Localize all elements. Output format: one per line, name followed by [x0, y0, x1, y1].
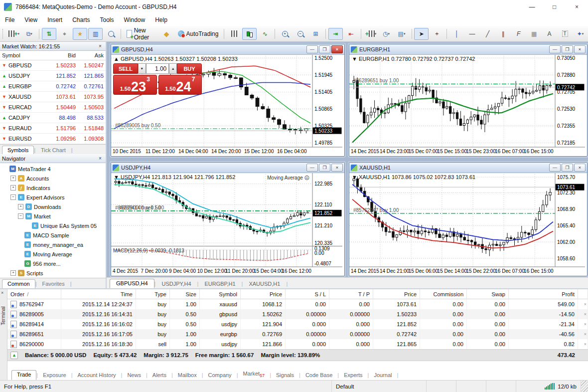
navigator-item-macd-sample[interactable]: E MACD Sample: [0, 230, 106, 240]
menu-item-help[interactable]: Help: [150, 16, 172, 23]
menu-item-charts[interactable]: Charts: [67, 16, 95, 23]
tile-windows-button[interactable]: ⊞: [308, 28, 323, 40]
periods-button[interactable]: ◷ ▾: [379, 28, 394, 40]
terminal-close-icon[interactable]: ×: [1, 290, 3, 295]
terminal-tab-market[interactable]: Market57: [238, 370, 270, 380]
navigator-item-indicators[interactable]: +ƒ Indicators: [0, 183, 106, 193]
column-symbol[interactable]: Symbol: [200, 289, 241, 299]
price-chart-canvas[interactable]: 0.730500.728800.727050.725300.723550.721…: [349, 55, 585, 155]
chart-window-titlebar[interactable]: XAUUSD,H1 — ❐ ×: [349, 163, 587, 173]
close-button[interactable]: ×: [566, 0, 588, 14]
column-profit[interactable]: Profit: [509, 289, 578, 299]
resize-grip[interactable]: [581, 381, 588, 392]
navigator-close-icon[interactable]: ×: [97, 156, 104, 161]
new-order-button[interactable]: New Order: [123, 28, 159, 40]
tree-expander-icon[interactable]: +: [18, 204, 23, 209]
close-order-icon[interactable]: ×: [578, 299, 588, 309]
trendline-button[interactable]: ╱: [480, 28, 495, 40]
chart-restore-button[interactable]: ❐: [562, 164, 573, 172]
terminal-tab-experts[interactable]: Experts: [339, 371, 367, 380]
column-commission[interactable]: Commission: [420, 289, 467, 299]
chart-tab-eurgbp-h1[interactable]: EURGBP,H1: [198, 280, 241, 288]
terminal-tab-mailbox[interactable]: Mailbox: [173, 371, 202, 380]
column-price[interactable]: Price: [241, 289, 286, 299]
terminal-tab-alerts[interactable]: Alerts: [147, 371, 171, 380]
chart-window-titlebar[interactable]: GBPUSD,H4 — ❐ ×: [111, 44, 344, 55]
status-profile[interactable]: Default: [332, 381, 427, 392]
volume-input[interactable]: 1.00: [146, 63, 169, 74]
terminal-tab-news[interactable]: News: [122, 371, 146, 380]
chart-tab-gbpusd-h4[interactable]: GBPUSD,H4: [110, 279, 154, 288]
line-chart-mode-button[interactable]: ∿: [258, 28, 272, 40]
market-watch-row-eurusd[interactable]: ▼EURUSD 1.09296 1.09308: [0, 134, 106, 144]
close-order-icon[interactable]: ×: [578, 339, 588, 349]
auto-scroll-button[interactable]: ⇥: [328, 28, 343, 40]
column-bid[interactable]: Bid: [47, 51, 76, 60]
market-watch-close-icon[interactable]: ×: [97, 43, 104, 49]
navigator-item-unique-eas-system-05[interactable]: E Unique EAs System 05: [0, 221, 106, 230]
terminal-tab-journal[interactable]: Journal: [369, 371, 397, 380]
zoom-out-button[interactable]: −: [293, 28, 307, 40]
vertical-line-button[interactable]: │: [449, 28, 464, 40]
chart-close-button[interactable]: ×: [331, 164, 343, 172]
indicators-button[interactable]: + ▾: [364, 28, 378, 40]
order-row-86290000[interactable]: 86290000 2015.12.16 16:18:30 sell 1.00 u…: [7, 339, 588, 349]
maximize-button[interactable]: □: [543, 0, 566, 14]
column-time[interactable]: Time: [61, 289, 136, 299]
navigator-item-scripts[interactable]: +S Scripts: [0, 268, 106, 278]
navigator-item-956-more-[interactable]: G 956 more...: [0, 259, 106, 268]
autotrading-button[interactable]: AutoTrading: [174, 28, 222, 40]
column-swap[interactable]: Swap: [467, 289, 509, 299]
order-row-86289651[interactable]: 86289651 2015.12.16 16:17:05 buy 1.00 eu…: [7, 329, 588, 339]
terminal-tab-company[interactable]: Company: [203, 371, 237, 380]
fibo-grid-button[interactable]: ▦: [527, 28, 541, 40]
cursor-button[interactable]: ➤: [414, 28, 429, 40]
menu-item-file[interactable]: File: [0, 16, 19, 23]
market-watch-row-cadjpy[interactable]: ▲CADJPY 88.498 88.533: [0, 113, 106, 123]
tree-expander-icon[interactable]: +: [10, 176, 16, 181]
navigator-item-expert-advisors[interactable]: −E Expert Advisors: [0, 193, 106, 202]
navigator-item-money-manager-ea[interactable]: E money_manager_ea: [0, 240, 106, 249]
order-row-85762947[interactable]: 85762947 2015.12.14 12:24:37 buy 1.00 xa…: [7, 299, 588, 309]
market-watch-row-euraud[interactable]: ▼EURAUD 1.51796 1.51848: [0, 123, 106, 134]
chart-shift-button[interactable]: ⇤: [344, 28, 358, 40]
column-price[interactable]: Price: [373, 289, 420, 299]
fibonacci-button[interactable]: F: [511, 28, 526, 40]
chart-minimize-button[interactable]: —: [306, 45, 318, 53]
column-order[interactable]: Order /: [7, 289, 61, 299]
new-chart-button[interactable]: + ▾: [6, 28, 21, 40]
tree-expander-icon[interactable]: +: [10, 270, 16, 276]
menu-item-view[interactable]: View: [19, 16, 42, 23]
menu-item-window[interactable]: Window: [119, 16, 150, 23]
close-order-icon[interactable]: ×: [578, 329, 588, 339]
terminal-toggle[interactable]: ▥: [88, 28, 103, 40]
metaeditor-button[interactable]: ◆: [159, 28, 174, 40]
navigator-item-accounts[interactable]: +A Accounts: [0, 174, 106, 183]
sell-price-quote[interactable]: 1.50233: [113, 75, 157, 95]
minimize-button[interactable]: —: [521, 0, 543, 14]
chart-close-button[interactable]: ×: [574, 164, 586, 172]
navigator-tab-common[interactable]: Common: [2, 279, 35, 289]
order-row-86289005[interactable]: 86289005 2015.12.16 16:14:31 buy 0.50 gb…: [7, 309, 588, 319]
price-chart-canvas[interactable]: 122.985122.110121.210120.335#86289414 bu…: [111, 173, 342, 274]
chart-close-button[interactable]: ×: [574, 45, 586, 53]
bar-chart-mode-button[interactable]: [227, 28, 241, 40]
menu-item-tools[interactable]: Tools: [95, 16, 119, 23]
crosshair-button[interactable]: ＋: [430, 28, 444, 40]
buy-button[interactable]: BUY: [177, 63, 202, 74]
column-size[interactable]: Size: [170, 289, 200, 299]
volume-decrease-button[interactable]: ▼: [138, 63, 146, 74]
close-order-icon[interactable]: ×: [578, 309, 588, 319]
column-symbol[interactable]: Symbol: [0, 51, 47, 60]
tree-expander-icon[interactable]: −: [10, 195, 16, 200]
navigator-item-moving-average[interactable]: E Moving Average: [0, 249, 106, 259]
chart-minimize-button[interactable]: —: [306, 164, 318, 172]
navigator-tab-favorites[interactable]: Favorites: [36, 279, 70, 289]
market-watch-row-eurgbp[interactable]: ▲EURGBP 0.72742 0.72761: [0, 81, 106, 92]
terminal-tab-code-base[interactable]: Code Base: [300, 371, 337, 380]
navigator-toggle[interactable]: ★: [73, 28, 87, 40]
chart-tab-xauusd-h1[interactable]: XAUUSD,H1: [243, 280, 286, 288]
chart-restore-button[interactable]: ❐: [562, 45, 573, 53]
volume-increase-button[interactable]: ▲: [169, 63, 177, 74]
navigator-item-downloads[interactable]: +D Downloads: [0, 202, 106, 211]
